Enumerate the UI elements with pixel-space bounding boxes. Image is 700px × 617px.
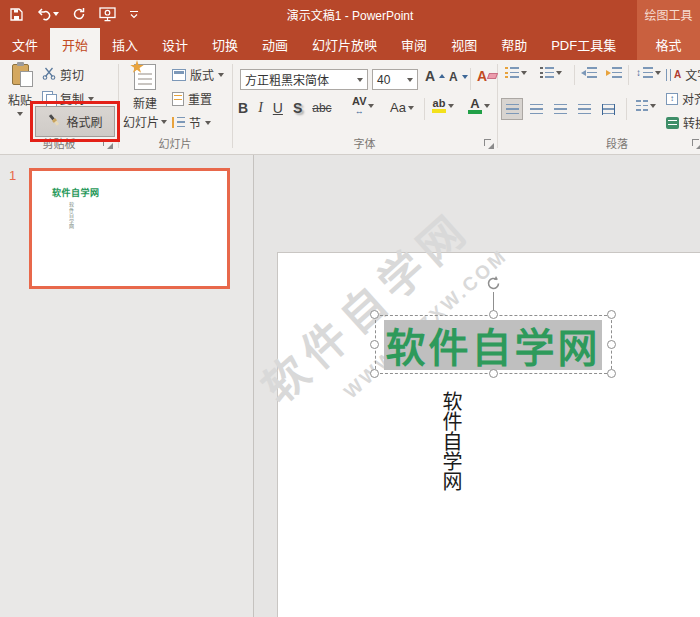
clear-formatting-icon <box>487 73 498 79</box>
align-center-icon <box>530 104 543 115</box>
font-group-label: 字体 <box>232 135 497 151</box>
bullets-dropdown-icon <box>521 71 527 75</box>
resize-handle-bottom-middle[interactable] <box>489 369 498 378</box>
rotation-handle-icon[interactable] <box>484 274 502 292</box>
align-left-button[interactable] <box>501 98 523 120</box>
justify-icon <box>578 104 591 115</box>
numbering-dropdown-icon <box>556 71 562 75</box>
section-icon <box>172 117 185 128</box>
shrink-font-icon <box>462 75 468 79</box>
clear-formatting-button[interactable]: A <box>477 68 497 84</box>
resize-handle-bottom-left[interactable] <box>370 369 379 378</box>
align-text-button[interactable]: ↕ 对齐文本 <box>666 90 700 107</box>
cut-button[interactable]: 剪切 <box>42 66 84 83</box>
spacing-arrows-icon: ↔ <box>355 106 364 116</box>
layout-button[interactable]: 版式 <box>172 66 224 83</box>
convert-smartart-button[interactable]: 转换为SmartArt <box>666 114 700 131</box>
selected-textbox[interactable]: 软件自学网 <box>375 315 612 374</box>
increase-indent-button[interactable] <box>606 67 622 78</box>
resize-handle-top-right[interactable] <box>607 310 616 319</box>
tab-review[interactable]: 审阅 <box>389 28 439 60</box>
slide-number: 1 <box>9 168 16 183</box>
bullets-button[interactable] <box>505 67 527 78</box>
paste-dropdown-icon <box>17 112 23 116</box>
align-left-icon <box>506 104 519 115</box>
resize-handle-middle-left[interactable] <box>370 340 379 349</box>
resize-handle-top-middle[interactable] <box>489 310 498 319</box>
textbox-text[interactable]: 软件自学网 <box>384 320 602 370</box>
slide-thumbnail-panel: 1 软件自学网 软件自学网 <box>0 155 254 617</box>
tab-animations[interactable]: 动画 <box>250 28 300 60</box>
resize-handle-middle-right[interactable] <box>607 340 616 349</box>
tab-transitions[interactable]: 切换 <box>200 28 250 60</box>
justify-button[interactable] <box>573 98 595 120</box>
font-color-button[interactable]: A <box>468 98 490 114</box>
reset-button[interactable]: 重置 <box>172 90 212 107</box>
slide[interactable] <box>277 252 700 617</box>
italic-button[interactable]: I <box>258 100 263 116</box>
vertical-text[interactable]: 软件自学网 <box>437 391 466 493</box>
paste-icon <box>12 64 29 85</box>
change-case-button[interactable]: Aa <box>390 100 414 115</box>
tab-design[interactable]: 设计 <box>150 28 200 60</box>
decrease-indent-button[interactable] <box>581 67 597 78</box>
bold-button[interactable]: B <box>238 100 248 116</box>
slide-thumbnail[interactable]: 软件自学网 软件自学网 <box>29 168 230 289</box>
underline-button[interactable]: U <box>273 100 283 116</box>
tab-pdf-tools[interactable]: PDF工具集 <box>539 28 628 60</box>
new-slide-dropdown-icon <box>161 120 167 124</box>
layout-dropdown-icon <box>218 73 224 77</box>
text-shadow-button[interactable]: S <box>293 100 302 116</box>
tab-slideshow[interactable]: 幻灯片放映 <box>300 28 389 60</box>
tab-help[interactable]: 帮助 <box>489 28 539 60</box>
shrink-font-button[interactable]: A <box>449 70 468 84</box>
layout-icon <box>172 69 186 81</box>
line-spacing-dropdown-icon <box>655 71 661 75</box>
tab-home[interactable]: 开始 <box>50 28 100 60</box>
copy-dropdown-icon <box>88 97 94 101</box>
decrease-indent-icon <box>581 70 586 76</box>
new-slide-button[interactable]: 新建 幻灯片 <box>122 64 168 130</box>
section-button[interactable]: 节 <box>172 114 211 131</box>
tab-format[interactable]: 格式 <box>637 28 700 60</box>
cut-icon <box>42 66 56 83</box>
align-right-icon <box>554 104 567 115</box>
grow-font-button[interactable]: A <box>425 68 445 84</box>
tab-file[interactable]: 文件 <box>0 28 50 60</box>
paragraph-dialog-launcher-icon[interactable] <box>692 139 700 149</box>
align-right-button[interactable] <box>549 98 571 120</box>
columns-icon <box>636 100 648 111</box>
slide-editing-canvas[interactable]: 软件自学网 WWW.RJZXW.COM 软件自学网 软件自学网 <box>254 155 700 617</box>
new-slide-icon <box>134 64 156 90</box>
smartart-icon <box>666 117 679 129</box>
font-color-dropdown-icon <box>484 104 490 108</box>
paragraph-group-label: 段落 <box>497 135 700 151</box>
annotation-box <box>30 101 120 142</box>
spacing-dropdown-icon <box>368 104 374 108</box>
resize-handle-top-left[interactable] <box>370 310 379 319</box>
font-dialog-launcher-icon[interactable] <box>484 139 494 149</box>
font-color-icon <box>468 110 482 114</box>
numbering-button[interactable] <box>540 67 562 78</box>
text-direction-button[interactable]: A 文字方向 <box>666 66 700 83</box>
font-size-dropdown-icon <box>407 78 413 82</box>
grow-font-icon <box>439 74 445 78</box>
resize-handle-bottom-right[interactable] <box>607 369 616 378</box>
font-name-dropdown-icon <box>357 78 363 82</box>
line-spacing-button[interactable]: ↕ <box>636 67 661 78</box>
highlight-color-icon <box>432 109 446 113</box>
strikethrough-button[interactable]: abc <box>312 101 331 115</box>
highlight-color-button[interactable]: ab <box>432 98 454 113</box>
title-bar: 演示文稿1 - PowerPoint 绘图工具 <box>0 0 700 28</box>
character-spacing-button[interactable]: AV↔ <box>352 96 374 116</box>
case-dropdown-icon <box>408 106 414 110</box>
font-name-combo[interactable]: 方正粗黑宋简体 <box>240 69 368 90</box>
distribute-button[interactable] <box>597 98 619 120</box>
columns-button[interactable] <box>636 100 656 111</box>
align-center-button[interactable] <box>525 98 547 120</box>
slides-group-label: 幻灯片 <box>118 135 232 151</box>
font-size-combo[interactable]: 40 <box>372 69 418 90</box>
tab-insert[interactable]: 插入 <box>100 28 150 60</box>
highlight-dropdown-icon <box>448 104 454 108</box>
tab-view[interactable]: 视图 <box>439 28 489 60</box>
